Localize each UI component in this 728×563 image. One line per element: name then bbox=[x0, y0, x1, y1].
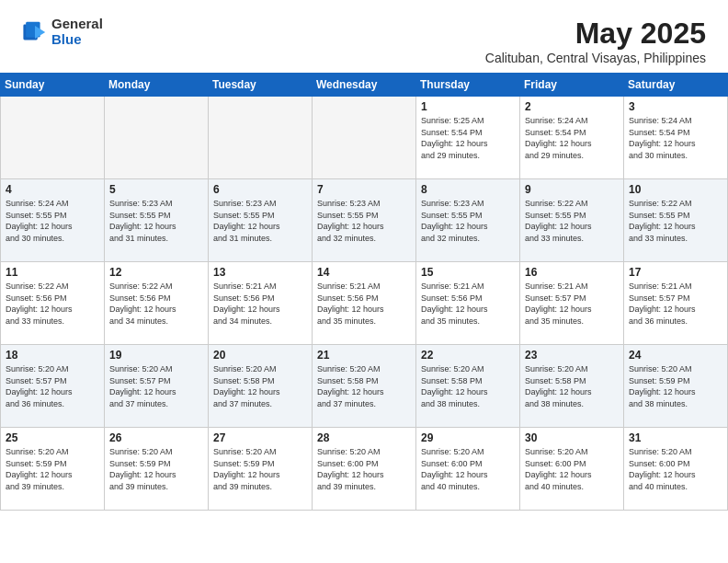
day-number: 23 bbox=[525, 349, 619, 362]
day-number: 7 bbox=[317, 183, 411, 196]
day-number: 5 bbox=[109, 183, 203, 196]
day-number: 26 bbox=[109, 431, 203, 444]
calendar-day-cell: 18Sunrise: 5:20 AM Sunset: 5:57 PM Dayli… bbox=[1, 345, 105, 428]
day-number: 9 bbox=[525, 183, 619, 196]
calendar-day-cell: 27Sunrise: 5:20 AM Sunset: 5:59 PM Dayli… bbox=[209, 428, 313, 511]
day-number: 25 bbox=[6, 431, 99, 444]
day-number: 16 bbox=[525, 266, 619, 279]
logo: General Blue bbox=[22, 17, 103, 47]
day-number: 2 bbox=[525, 100, 619, 113]
day-info: Sunrise: 5:21 AM Sunset: 5:56 PM Dayligh… bbox=[421, 281, 515, 327]
day-number: 29 bbox=[421, 431, 515, 444]
calendar-header-row: SundayMondayTuesdayWednesdayThursdayFrid… bbox=[1, 74, 728, 97]
calendar-day-cell: 17Sunrise: 5:21 AM Sunset: 5:57 PM Dayli… bbox=[624, 262, 728, 345]
day-info: Sunrise: 5:20 AM Sunset: 5:58 PM Dayligh… bbox=[421, 363, 515, 409]
day-info: Sunrise: 5:20 AM Sunset: 6:00 PM Dayligh… bbox=[317, 446, 411, 492]
calendar-day-cell: 7Sunrise: 5:23 AM Sunset: 5:55 PM Daylig… bbox=[313, 179, 416, 262]
calendar-day-cell bbox=[313, 97, 416, 179]
calendar-day-cell: 20Sunrise: 5:20 AM Sunset: 5:58 PM Dayli… bbox=[209, 345, 313, 428]
calendar-week-row: 1Sunrise: 5:25 AM Sunset: 5:54 PM Daylig… bbox=[1, 97, 728, 179]
calendar-day-cell: 5Sunrise: 5:23 AM Sunset: 5:55 PM Daylig… bbox=[105, 179, 209, 262]
day-info: Sunrise: 5:21 AM Sunset: 5:56 PM Dayligh… bbox=[317, 281, 411, 327]
calendar-day-cell: 1Sunrise: 5:25 AM Sunset: 5:54 PM Daylig… bbox=[416, 97, 520, 179]
page-header: General Blue May 2025 Calituban, Central… bbox=[0, 0, 728, 73]
day-info: Sunrise: 5:20 AM Sunset: 5:59 PM Dayligh… bbox=[109, 446, 203, 492]
calendar-table: SundayMondayTuesdayWednesdayThursdayFrid… bbox=[0, 73, 728, 511]
col-header-thursday: Thursday bbox=[416, 74, 520, 97]
calendar-day-cell bbox=[105, 97, 209, 179]
calendar-day-cell: 8Sunrise: 5:23 AM Sunset: 5:55 PM Daylig… bbox=[416, 179, 520, 262]
day-info: Sunrise: 5:20 AM Sunset: 5:58 PM Dayligh… bbox=[525, 363, 619, 409]
col-header-saturday: Saturday bbox=[624, 74, 728, 97]
calendar-day-cell bbox=[1, 97, 105, 179]
day-info: Sunrise: 5:24 AM Sunset: 5:54 PM Dayligh… bbox=[629, 115, 722, 161]
day-number: 3 bbox=[629, 100, 722, 113]
calendar-day-cell: 4Sunrise: 5:24 AM Sunset: 5:55 PM Daylig… bbox=[1, 179, 105, 262]
day-info: Sunrise: 5:21 AM Sunset: 5:57 PM Dayligh… bbox=[525, 281, 619, 327]
day-info: Sunrise: 5:20 AM Sunset: 6:00 PM Dayligh… bbox=[421, 446, 515, 492]
title-block: May 2025 Calituban, Central Visayas, Phi… bbox=[485, 17, 706, 65]
day-number: 30 bbox=[525, 431, 619, 444]
calendar-day-cell: 2Sunrise: 5:24 AM Sunset: 5:54 PM Daylig… bbox=[520, 97, 624, 179]
day-info: Sunrise: 5:20 AM Sunset: 5:59 PM Dayligh… bbox=[213, 446, 307, 492]
logo-general-text: General bbox=[51, 17, 103, 32]
col-header-sunday: Sunday bbox=[1, 74, 105, 97]
day-info: Sunrise: 5:24 AM Sunset: 5:55 PM Dayligh… bbox=[6, 198, 99, 244]
day-info: Sunrise: 5:22 AM Sunset: 5:55 PM Dayligh… bbox=[629, 198, 722, 244]
calendar-day-cell: 29Sunrise: 5:20 AM Sunset: 6:00 PM Dayli… bbox=[416, 428, 520, 511]
day-number: 14 bbox=[317, 266, 411, 279]
day-number: 15 bbox=[421, 266, 515, 279]
col-header-tuesday: Tuesday bbox=[209, 74, 313, 97]
day-info: Sunrise: 5:22 AM Sunset: 5:55 PM Dayligh… bbox=[525, 198, 619, 244]
day-number: 20 bbox=[213, 349, 307, 362]
day-number: 11 bbox=[6, 266, 99, 279]
day-number: 28 bbox=[317, 431, 411, 444]
calendar-day-cell: 9Sunrise: 5:22 AM Sunset: 5:55 PM Daylig… bbox=[520, 179, 624, 262]
day-info: Sunrise: 5:20 AM Sunset: 5:57 PM Dayligh… bbox=[109, 363, 203, 409]
day-info: Sunrise: 5:21 AM Sunset: 5:56 PM Dayligh… bbox=[213, 281, 307, 327]
calendar-week-row: 11Sunrise: 5:22 AM Sunset: 5:56 PM Dayli… bbox=[1, 262, 728, 345]
day-number: 27 bbox=[213, 431, 307, 444]
day-number: 4 bbox=[6, 183, 99, 196]
calendar-day-cell: 11Sunrise: 5:22 AM Sunset: 5:56 PM Dayli… bbox=[1, 262, 105, 345]
calendar-day-cell bbox=[209, 97, 313, 179]
day-number: 13 bbox=[213, 266, 307, 279]
col-header-wednesday: Wednesday bbox=[313, 74, 416, 97]
calendar-day-cell: 28Sunrise: 5:20 AM Sunset: 6:00 PM Dayli… bbox=[313, 428, 416, 511]
month-title: May 2025 bbox=[485, 17, 706, 51]
calendar-day-cell: 13Sunrise: 5:21 AM Sunset: 5:56 PM Dayli… bbox=[209, 262, 313, 345]
day-number: 18 bbox=[6, 349, 99, 362]
day-info: Sunrise: 5:20 AM Sunset: 5:57 PM Dayligh… bbox=[6, 363, 99, 409]
calendar-day-cell: 22Sunrise: 5:20 AM Sunset: 5:58 PM Dayli… bbox=[416, 345, 520, 428]
calendar-day-cell: 14Sunrise: 5:21 AM Sunset: 5:56 PM Dayli… bbox=[313, 262, 416, 345]
location-title: Calituban, Central Visayas, Philippines bbox=[485, 51, 706, 65]
calendar-day-cell: 3Sunrise: 5:24 AM Sunset: 5:54 PM Daylig… bbox=[624, 97, 728, 179]
col-header-monday: Monday bbox=[105, 74, 209, 97]
day-info: Sunrise: 5:21 AM Sunset: 5:57 PM Dayligh… bbox=[629, 281, 722, 327]
day-info: Sunrise: 5:20 AM Sunset: 5:59 PM Dayligh… bbox=[629, 363, 722, 409]
day-info: Sunrise: 5:20 AM Sunset: 5:59 PM Dayligh… bbox=[6, 446, 99, 492]
calendar-day-cell: 21Sunrise: 5:20 AM Sunset: 5:58 PM Dayli… bbox=[313, 345, 416, 428]
logo-icon bbox=[22, 19, 48, 45]
day-info: Sunrise: 5:22 AM Sunset: 5:56 PM Dayligh… bbox=[109, 281, 203, 327]
calendar-week-row: 25Sunrise: 5:20 AM Sunset: 5:59 PM Dayli… bbox=[1, 428, 728, 511]
day-info: Sunrise: 5:24 AM Sunset: 5:54 PM Dayligh… bbox=[525, 115, 619, 161]
day-number: 1 bbox=[421, 100, 515, 113]
calendar-day-cell: 19Sunrise: 5:20 AM Sunset: 5:57 PM Dayli… bbox=[105, 345, 209, 428]
day-number: 8 bbox=[421, 183, 515, 196]
calendar-day-cell: 26Sunrise: 5:20 AM Sunset: 5:59 PM Dayli… bbox=[105, 428, 209, 511]
day-number: 31 bbox=[629, 431, 722, 444]
calendar-day-cell: 23Sunrise: 5:20 AM Sunset: 5:58 PM Dayli… bbox=[520, 345, 624, 428]
day-info: Sunrise: 5:23 AM Sunset: 5:55 PM Dayligh… bbox=[317, 198, 411, 244]
day-info: Sunrise: 5:23 AM Sunset: 5:55 PM Dayligh… bbox=[421, 198, 515, 244]
day-number: 6 bbox=[213, 183, 307, 196]
day-info: Sunrise: 5:22 AM Sunset: 5:56 PM Dayligh… bbox=[6, 281, 99, 327]
calendar-day-cell: 24Sunrise: 5:20 AM Sunset: 5:59 PM Dayli… bbox=[624, 345, 728, 428]
day-number: 22 bbox=[421, 349, 515, 362]
day-info: Sunrise: 5:20 AM Sunset: 6:00 PM Dayligh… bbox=[525, 446, 619, 492]
day-info: Sunrise: 5:25 AM Sunset: 5:54 PM Dayligh… bbox=[421, 115, 515, 161]
day-info: Sunrise: 5:20 AM Sunset: 5:58 PM Dayligh… bbox=[213, 363, 307, 409]
day-number: 24 bbox=[629, 349, 722, 362]
day-info: Sunrise: 5:23 AM Sunset: 5:55 PM Dayligh… bbox=[109, 198, 203, 244]
calendar-week-row: 18Sunrise: 5:20 AM Sunset: 5:57 PM Dayli… bbox=[1, 345, 728, 428]
